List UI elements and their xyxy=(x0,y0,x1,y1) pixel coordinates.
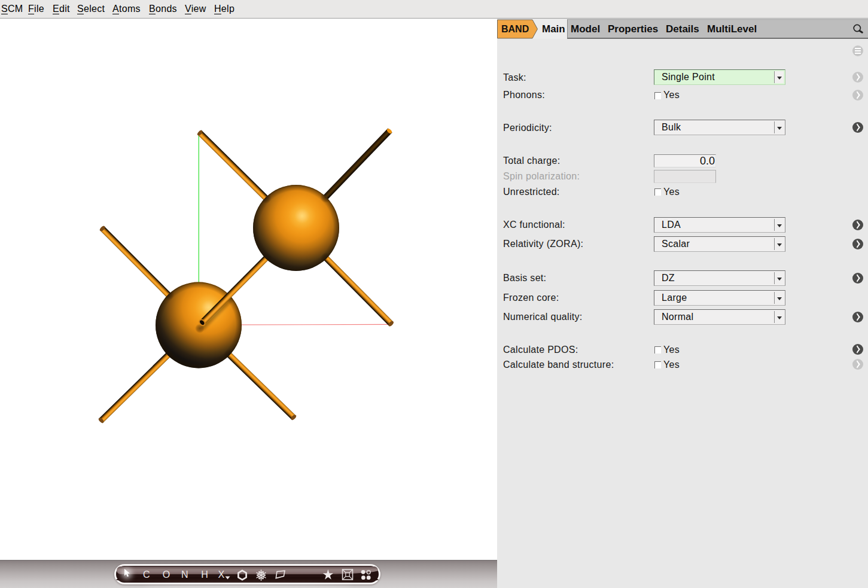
svg-text:N: N xyxy=(181,569,188,580)
svg-text:H: H xyxy=(201,569,208,580)
svg-text:X: X xyxy=(218,569,225,580)
svg-text:O: O xyxy=(163,569,170,580)
svg-text:C: C xyxy=(143,569,150,580)
